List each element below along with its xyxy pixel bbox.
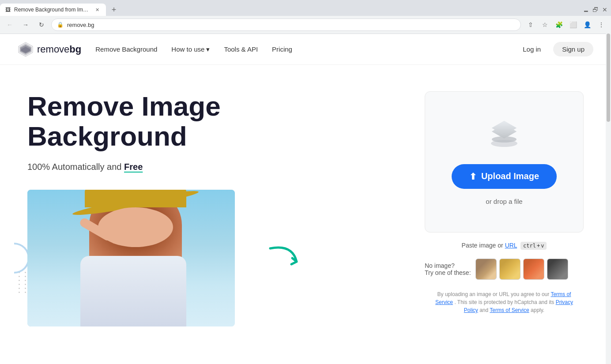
forward-button[interactable]: → bbox=[19, 19, 32, 31]
logo-text: removebg bbox=[37, 44, 81, 55]
logo-icon bbox=[18, 41, 34, 57]
nav-pricing[interactable]: Pricing bbox=[272, 45, 292, 53]
tab-close-button[interactable]: ✕ bbox=[94, 6, 101, 13]
browser-chrome: 🖼 Remove Background from Image ✕ + 🗕 🗗 ✕… bbox=[0, 0, 611, 34]
hero-image-wrapper bbox=[27, 190, 235, 326]
sample-image-1[interactable] bbox=[475, 259, 497, 280]
terms-text: By uploading an image or URL you agree t… bbox=[425, 290, 584, 314]
browser-tabs: 🖼 Remove Background from Image ✕ + 🗕 🗗 ✕ bbox=[0, 0, 611, 16]
nav-links: Remove Background How to use ▾ Tools & A… bbox=[95, 45, 516, 53]
url-text: remove.bg bbox=[67, 22, 515, 28]
hero-title: Remove Image Background bbox=[27, 91, 389, 151]
website-content: removebg Remove Background How to use ▾ … bbox=[0, 34, 611, 364]
upload-image-button[interactable]: ⬆ Upload Image bbox=[452, 164, 557, 189]
refresh-button[interactable]: ↻ bbox=[35, 19, 48, 31]
dropdown-chevron-icon: ▾ bbox=[206, 45, 210, 53]
navigation: removebg Remove Background How to use ▾ … bbox=[0, 34, 611, 65]
profile-button[interactable]: ⬜ bbox=[567, 19, 579, 31]
hat-top bbox=[85, 190, 186, 207]
hero-section: Remove Image Background 100% Automatical… bbox=[10, 65, 601, 346]
share-button[interactable]: ⇧ bbox=[524, 19, 537, 31]
terms-area: By uploading an image or URL you agree t… bbox=[425, 290, 584, 314]
sample-images-list bbox=[475, 259, 568, 280]
nav-tools-api[interactable]: Tools & API bbox=[224, 45, 258, 53]
upload-layers-icon bbox=[487, 119, 522, 152]
tab-favicon: 🖼 bbox=[5, 7, 11, 13]
logo[interactable]: removebg bbox=[18, 41, 81, 57]
body bbox=[80, 256, 186, 326]
window-controls: 🗕 🗗 ✕ bbox=[583, 6, 611, 13]
active-tab[interactable]: 🖼 Remove Background from Image ✕ bbox=[0, 4, 106, 16]
sample-images-label: No image? Try one of these: bbox=[425, 262, 471, 276]
layers-svg bbox=[487, 119, 522, 150]
sample-image-4[interactable] bbox=[547, 259, 568, 280]
minimize-button[interactable]: 🗕 bbox=[583, 6, 589, 13]
login-button[interactable]: Log in bbox=[516, 42, 548, 56]
signup-button[interactable]: Sign up bbox=[553, 42, 593, 56]
menu-button[interactable]: ⋮ bbox=[595, 19, 607, 31]
maximize-button[interactable]: 🗗 bbox=[592, 6, 599, 13]
browser-toolbar: ← → ↻ 🔒 remove.bg ⇧ ☆ 🧩 ⬜ 👤 ⋮ bbox=[0, 16, 611, 34]
nav-how-to-use[interactable]: How to use ▾ bbox=[171, 45, 210, 53]
hero-photo bbox=[27, 190, 235, 326]
sample-images-row: No image? Try one of these: bbox=[425, 259, 584, 280]
tab-title: Remove Background from Image bbox=[14, 7, 91, 13]
face bbox=[98, 207, 173, 247]
address-bar[interactable]: 🔒 remove.bg bbox=[51, 19, 521, 31]
account-button[interactable]: 👤 bbox=[581, 19, 593, 31]
scrollbar-thumb[interactable] bbox=[607, 34, 610, 122]
close-button[interactable]: ✕ bbox=[602, 6, 607, 13]
nav-actions: Log in Sign up bbox=[516, 42, 593, 56]
green-arrow-decoration bbox=[266, 240, 306, 277]
paste-shortcut: ctrl + v bbox=[520, 242, 547, 250]
lock-icon: 🔒 bbox=[57, 22, 64, 28]
terms-link-3[interactable]: Terms of Service bbox=[490, 307, 529, 313]
toolbar-actions: ⇧ ☆ 🧩 ⬜ 👤 ⋮ bbox=[524, 19, 607, 31]
scrollbar[interactable] bbox=[606, 34, 611, 364]
hero-image-area bbox=[27, 190, 389, 328]
hero-left: Remove Image Background 100% Automatical… bbox=[27, 91, 389, 328]
arrow-icon bbox=[266, 240, 306, 275]
sample-image-3[interactable] bbox=[523, 259, 544, 280]
upload-card[interactable]: ⬆ Upload Image or drop a file bbox=[425, 91, 584, 233]
new-tab-button[interactable]: + bbox=[108, 4, 120, 16]
sample-image-2[interactable] bbox=[499, 259, 520, 280]
back-button[interactable]: ← bbox=[4, 19, 16, 31]
hero-right: ⬆ Upload Image or drop a file Paste imag… bbox=[425, 91, 584, 314]
upload-or-text: or drop a file bbox=[486, 198, 522, 205]
paste-row: Paste image or URL ctrl + v bbox=[425, 241, 584, 250]
bookmark-button[interactable]: ☆ bbox=[539, 19, 551, 31]
url-link[interactable]: URL bbox=[505, 242, 517, 249]
hero-subtitle: 100% Automatically and Free bbox=[27, 162, 389, 172]
extensions-button[interactable]: 🧩 bbox=[553, 19, 565, 31]
paste-text: Paste image or URL ctrl + v bbox=[462, 242, 547, 249]
nav-remove-background[interactable]: Remove Background bbox=[95, 45, 157, 53]
upload-icon-symbol: ⬆ bbox=[469, 171, 477, 182]
